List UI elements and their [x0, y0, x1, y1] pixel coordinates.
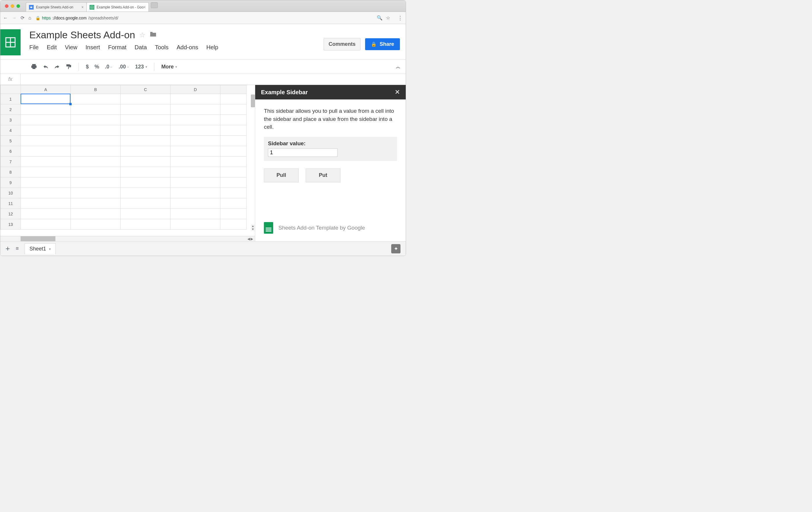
cell[interactable]: [221, 177, 246, 188]
star-icon[interactable]: ☆: [139, 31, 146, 39]
formula-input[interactable]: [21, 74, 406, 85]
browser-tab-1[interactable]: Example Sheets Add-on - Goo ×: [86, 2, 149, 11]
cell[interactable]: [171, 146, 221, 156]
cell[interactable]: [71, 146, 121, 156]
cell[interactable]: [71, 136, 121, 146]
number-format-button[interactable]: 123▾: [134, 63, 149, 71]
menu-help[interactable]: Help: [206, 44, 219, 51]
cell[interactable]: [21, 167, 71, 177]
cell[interactable]: [221, 167, 246, 177]
doc-title[interactable]: Example Sheets Add-on: [29, 29, 135, 40]
cell[interactable]: [171, 136, 221, 146]
chevron-down-icon[interactable]: ▾: [49, 247, 51, 251]
cell[interactable]: [121, 188, 171, 198]
cell[interactable]: [121, 177, 171, 188]
row-header[interactable]: 7: [1, 156, 21, 167]
sheet-tab-1[interactable]: Sheet1 ▾: [25, 243, 56, 254]
cell[interactable]: [171, 125, 221, 136]
cell[interactable]: [121, 104, 171, 115]
close-tab-icon[interactable]: ×: [82, 5, 84, 9]
cell[interactable]: [71, 156, 121, 167]
close-sidebar-icon[interactable]: ✕: [395, 88, 400, 96]
cell[interactable]: [171, 115, 221, 125]
paint-format-icon[interactable]: [64, 63, 74, 71]
cell[interactable]: [221, 146, 246, 156]
comments-button[interactable]: Comments: [324, 38, 360, 51]
cell[interactable]: [221, 125, 246, 136]
col-header-c[interactable]: C: [121, 85, 171, 94]
all-sheets-icon[interactable]: ≡: [16, 246, 19, 252]
cell[interactable]: [221, 156, 246, 167]
cell[interactable]: [171, 94, 221, 104]
menu-format[interactable]: Format: [108, 44, 126, 51]
cell[interactable]: [21, 156, 71, 167]
spreadsheet-grid[interactable]: A B C D 12345678910111213: [0, 85, 255, 236]
cell[interactable]: [171, 104, 221, 115]
cell[interactable]: [71, 125, 121, 136]
toolbar-more-button[interactable]: More▾: [160, 63, 179, 71]
decrease-decimal-button[interactable]: .0←: [103, 63, 115, 71]
row-header[interactable]: 8: [1, 167, 21, 177]
cell[interactable]: [221, 219, 246, 230]
cell[interactable]: [121, 156, 171, 167]
cell[interactable]: [121, 136, 171, 146]
menu-insert[interactable]: Insert: [86, 44, 100, 51]
undo-icon[interactable]: [41, 63, 50, 70]
vscroll-arrows[interactable]: ▲▼: [251, 224, 255, 231]
currency-button[interactable]: $: [84, 63, 90, 71]
cell[interactable]: [21, 198, 71, 209]
menu-view[interactable]: View: [65, 44, 78, 51]
cell[interactable]: [21, 115, 71, 125]
cell[interactable]: [221, 104, 246, 115]
cell[interactable]: [21, 209, 71, 219]
row-header[interactable]: 6: [1, 146, 21, 156]
increase-decimal-button[interactable]: .00→: [117, 63, 131, 71]
cell[interactable]: [121, 198, 171, 209]
menu-file[interactable]: File: [29, 44, 38, 51]
collapse-toolbar-icon[interactable]: ︽: [396, 64, 401, 70]
nav-back-icon[interactable]: ←: [3, 16, 8, 21]
cell[interactable]: [71, 177, 121, 188]
row-header[interactable]: 13: [1, 219, 21, 230]
sheets-logo-icon[interactable]: [0, 29, 21, 55]
hscroll-thumb[interactable]: [21, 236, 55, 241]
col-header-d[interactable]: D: [171, 85, 221, 94]
menu-edit[interactable]: Edit: [47, 44, 57, 51]
menu-addons[interactable]: Add-ons: [177, 44, 198, 51]
cell[interactable]: [21, 219, 71, 230]
row-header[interactable]: 1: [1, 94, 21, 104]
row-header[interactable]: 5: [1, 136, 21, 146]
cell[interactable]: [171, 156, 221, 167]
close-tab-icon[interactable]: ×: [144, 5, 146, 9]
close-window-icon[interactable]: [5, 4, 8, 8]
cell[interactable]: [221, 188, 246, 198]
cell[interactable]: [71, 167, 121, 177]
pull-button[interactable]: Pull: [264, 169, 299, 182]
cell[interactable]: [21, 94, 71, 104]
cell[interactable]: [121, 209, 171, 219]
cell[interactable]: [171, 198, 221, 209]
row-header[interactable]: 2: [1, 104, 21, 115]
cell[interactable]: [71, 94, 121, 104]
share-button[interactable]: 🔒 Share: [365, 38, 400, 50]
cell[interactable]: [21, 146, 71, 156]
scroll-right-icon[interactable]: ▶: [251, 237, 253, 241]
row-header[interactable]: 4: [1, 125, 21, 136]
cell[interactable]: [121, 219, 171, 230]
cell[interactable]: [21, 136, 71, 146]
scroll-left-icon[interactable]: ◀: [248, 237, 250, 241]
cell[interactable]: [71, 219, 121, 230]
cell[interactable]: [71, 104, 121, 115]
cell[interactable]: [221, 94, 246, 104]
col-header-b[interactable]: B: [71, 85, 121, 94]
percent-button[interactable]: %: [93, 63, 101, 71]
row-header[interactable]: 12: [1, 209, 21, 219]
cell[interactable]: [71, 115, 121, 125]
address-field[interactable]: 🔒 https://docs.google.com/spreadsheets/d…: [35, 16, 118, 20]
menu-data[interactable]: Data: [135, 44, 147, 51]
cell[interactable]: [121, 115, 171, 125]
cell[interactable]: [21, 104, 71, 115]
minimize-window-icon[interactable]: [11, 4, 14, 8]
cell[interactable]: [121, 146, 171, 156]
cell[interactable]: [71, 188, 121, 198]
